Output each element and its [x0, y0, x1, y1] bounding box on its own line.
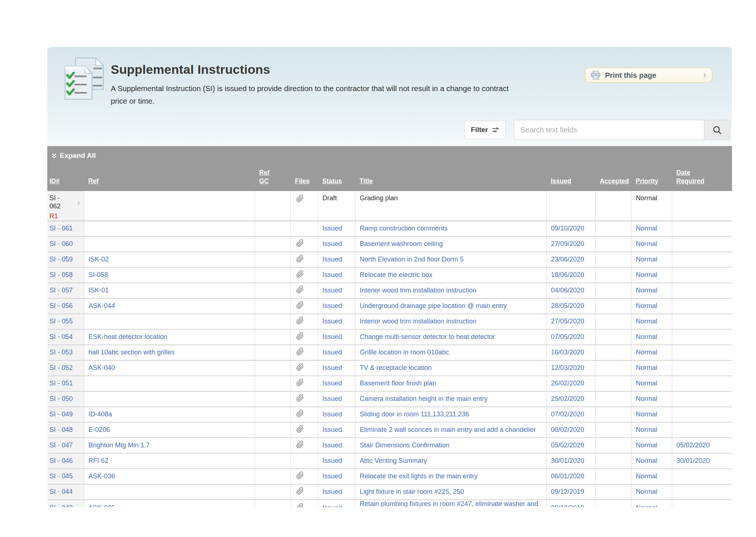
ref-cell — [84, 376, 255, 391]
paperclip-icon[interactable] — [296, 409, 304, 418]
si-id-link[interactable]: SI - 061 — [47, 221, 84, 236]
si-id-link[interactable]: SI - 052 — [47, 360, 84, 376]
print-page-button[interactable]: Print this page › — [585, 67, 712, 83]
si-id-link[interactable]: SI - 050 — [47, 391, 84, 407]
si-title-link[interactable]: Underground drainage pipe location @ mai… — [355, 298, 546, 314]
files-cell[interactable] — [291, 484, 318, 500]
si-title-link[interactable]: Interior wood trim installation instruct… — [355, 314, 546, 329]
paperclip-icon[interactable] — [296, 270, 304, 278]
si-id-link[interactable]: SI - 048 — [47, 422, 84, 438]
si-id-link[interactable]: SI - 057 — [47, 283, 84, 298]
ref-cell: Brighton Mtg Min 1.7 — [84, 438, 255, 453]
si-id-link[interactable]: SI - 059 — [47, 252, 84, 267]
paperclip-icon[interactable] — [296, 285, 304, 294]
files-cell[interactable] — [291, 422, 318, 438]
files-cell[interactable] — [291, 314, 318, 329]
si-title-link[interactable]: Attic Venting Summary — [355, 453, 546, 469]
files-cell[interactable] — [291, 500, 318, 507]
paperclip-icon[interactable] — [296, 471, 304, 479]
paperclip-icon[interactable] — [296, 239, 304, 247]
si-title-link[interactable]: Sliding door in room 111,133,211,236 — [355, 407, 546, 422]
si-title-link[interactable]: Basement washroom ceiling — [355, 236, 546, 252]
paperclip-icon[interactable] — [296, 332, 304, 340]
si-id-link[interactable]: SI - 043 — [47, 500, 84, 507]
files-cell[interactable] — [291, 391, 318, 407]
column-header-accepted[interactable]: Accepted — [595, 163, 631, 191]
si-id-link[interactable]: SI - 045 — [47, 469, 84, 484]
si-title-link[interactable]: Camera installation height in the main e… — [355, 391, 546, 407]
si-title-link[interactable]: Relocate the exit lights in the main ent… — [355, 469, 546, 484]
si-id-link[interactable]: SI - 049 — [47, 407, 84, 422]
si-id-link[interactable]: SI - 044 — [47, 484, 84, 500]
paperclip-icon[interactable] — [296, 394, 304, 402]
files-cell[interactable] — [291, 360, 318, 376]
column-header-title[interactable]: Title — [355, 163, 546, 191]
filter-button[interactable]: Filter — [464, 121, 506, 139]
paperclip-icon[interactable] — [296, 425, 304, 433]
si-title-link[interactable]: Grading plan — [355, 191, 546, 221]
paperclip-icon[interactable] — [296, 487, 304, 495]
si-title-link[interactable]: Ramp construction comments — [355, 221, 546, 236]
files-cell[interactable] — [291, 267, 318, 283]
si-title-link[interactable]: Stair Dimensions Confirmation — [355, 438, 546, 453]
paperclip-icon[interactable] — [296, 440, 304, 448]
paperclip-icon[interactable] — [296, 347, 304, 356]
si-title-link[interactable]: TV & receptacle location — [355, 360, 546, 376]
si-title-link[interactable]: Change multi-sensor detector to heat det… — [355, 329, 546, 345]
files-cell[interactable] — [291, 298, 318, 314]
files-cell[interactable] — [291, 453, 318, 469]
files-cell[interactable] — [291, 329, 318, 345]
column-header-files[interactable]: Files — [291, 163, 318, 191]
si-id-link[interactable]: SI - 051 — [47, 376, 84, 391]
paperclip-icon[interactable] — [296, 316, 304, 325]
files-cell[interactable] — [291, 438, 318, 453]
files-cell[interactable] — [291, 221, 318, 236]
si-id-link[interactable]: SI - 053 — [47, 345, 84, 360]
files-cell[interactable] — [291, 252, 318, 267]
paperclip-icon[interactable] — [296, 503, 304, 507]
status-cell: Issued — [318, 283, 355, 298]
si-title-link[interactable]: Relocate the electric box — [355, 267, 546, 283]
ref-gc-cell — [255, 391, 291, 407]
si-id-link[interactable]: SI - 055 — [47, 314, 84, 329]
column-header-id[interactable]: ID# — [47, 163, 84, 191]
column-header-priority[interactable]: Priority — [631, 163, 672, 191]
paperclip-icon[interactable] — [296, 301, 304, 309]
si-id-link[interactable]: SI - 058 — [47, 267, 84, 283]
si-title-link[interactable]: Grillle location in room 010abc — [355, 345, 546, 360]
si-title-link[interactable]: Eliminate 2 wall sconces in main entry a… — [355, 422, 546, 438]
paperclip-icon[interactable] — [296, 194, 304, 202]
accepted-cell — [595, 314, 631, 329]
paperclip-icon[interactable] — [296, 363, 304, 371]
column-header-ref[interactable]: Ref — [84, 163, 255, 191]
search-button[interactable] — [704, 120, 730, 140]
files-cell[interactable] — [291, 469, 318, 484]
si-id-link[interactable]: SI - 054 — [47, 329, 84, 345]
si-title-link[interactable]: Interior wood trim installation instruct… — [355, 283, 546, 298]
si-title-link[interactable]: Light fixture in stair room #225, 250 — [355, 484, 546, 500]
files-cell[interactable] — [291, 191, 318, 221]
si-id-link[interactable]: SI - 056 — [47, 298, 84, 314]
si-id-link[interactable]: SI - 046 — [47, 453, 84, 469]
files-cell[interactable] — [291, 407, 318, 422]
si-id-link[interactable]: SI - 062 › R1 — [47, 191, 84, 221]
files-cell[interactable] — [291, 283, 318, 298]
si-id-link[interactable]: SI - 060 — [47, 236, 84, 252]
si-title-link[interactable]: Retain plumbing fixtures in room #247, e… — [355, 500, 546, 507]
status-cell: Issued — [318, 500, 355, 507]
files-cell[interactable] — [291, 376, 318, 391]
files-cell[interactable] — [291, 236, 318, 252]
search-input[interactable] — [514, 120, 704, 140]
paperclip-icon[interactable] — [296, 378, 304, 387]
issued-cell — [546, 191, 595, 221]
si-title-link[interactable]: Basement floor finish plan — [355, 376, 546, 391]
paperclip-icon[interactable] — [296, 254, 304, 263]
si-id-link[interactable]: SI - 047 — [47, 438, 84, 453]
expand-all-button[interactable]: Expand All — [51, 152, 96, 160]
column-header-status[interactable]: Status — [318, 163, 355, 191]
column-header-date-required[interactable]: Date Required — [672, 163, 732, 191]
files-cell[interactable] — [291, 345, 318, 360]
column-header-ref-gc[interactable]: Ref GC — [255, 163, 291, 191]
column-header-issued[interactable]: Issued — [546, 163, 595, 191]
si-title-link[interactable]: North Elevation in 2nd floor Dorm 5 — [355, 252, 546, 267]
